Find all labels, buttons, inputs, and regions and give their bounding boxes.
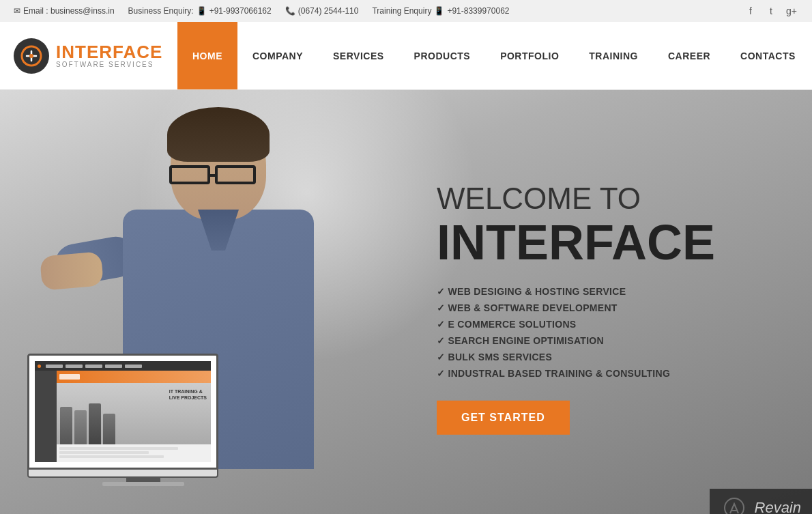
nav-item-company[interactable]: COMPANY: [237, 22, 318, 89]
svg-point-2: [725, 498, 744, 514]
laptop-text-line2: LIVE PROJECTS: [169, 395, 207, 401]
training-phone-icon: 📱: [434, 6, 444, 16]
services-list: WEB DESIGING & HOSTING SERVICE WEB & SOF…: [437, 283, 792, 382]
logo-name: INTERFACE: [56, 43, 162, 61]
laptop-screen-inner: IT TRAINING & LIVE PROJECTS: [35, 361, 211, 462]
training-label: Training Enquiry: [372, 6, 431, 16]
get-started-button[interactable]: GET STARTED: [437, 401, 570, 435]
hero-section: IT TRAINING & LIVE PROJECTS: [0, 90, 812, 514]
svg-point-1: [29, 54, 33, 58]
nav-item-training[interactable]: TRAINING: [574, 22, 653, 89]
social-links: f t g+: [744, 4, 798, 18]
office-phone-text: (0674) 2544-110: [298, 6, 359, 16]
email-text: Email : business@inss.in: [23, 6, 115, 16]
watermark: Revain: [710, 489, 812, 514]
service-item-2: WEB & SOFTWARE DEVELOPMENT: [437, 300, 792, 316]
nav-item-career[interactable]: CAREER: [653, 22, 725, 89]
service-item-3: E COMMERCE SOLUTIONS: [437, 316, 792, 332]
nav-link-portfolio[interactable]: PORTFOLIO: [485, 22, 574, 89]
email-info: ✉ Email : business@inss.in: [14, 6, 115, 16]
training-phone: +91-8339970062: [447, 6, 509, 16]
facebook-icon[interactable]: f: [744, 4, 757, 18]
nav-link-home[interactable]: HOME: [177, 22, 237, 89]
top-bar: ✉ Email : business@inss.in Business Enqu…: [0, 0, 812, 22]
hero-content: WELCOME TO INTERFACE WEB DESIGING & HOST…: [437, 182, 792, 435]
business-phone: +91-9937066162: [209, 6, 272, 16]
office-phone: 📞 (0674) 2544-110: [285, 6, 359, 16]
nav-link-company[interactable]: COMPANY: [237, 22, 318, 89]
service-item-1: WEB DESIGING & HOSTING SERVICE: [437, 283, 792, 300]
main-nav: INTERFACE SOFTWARE SERVICES HOME COMPANY…: [0, 22, 812, 90]
email-icon: ✉: [14, 6, 20, 16]
nav-item-services[interactable]: SERVICES: [318, 22, 399, 89]
laptop-display: IT TRAINING & LIVE PROJECTS: [27, 354, 259, 486]
office-phone-icon: 📞: [285, 6, 295, 16]
nav-item-contacts[interactable]: CONTACTS: [725, 22, 811, 89]
business-enquiry: Business Enquiry: 📱 +91-9937066162: [128, 6, 272, 16]
laptop-text-line1: IT TRAINING &: [169, 388, 207, 395]
logo-icon: [14, 38, 49, 74]
laptop-base: [27, 470, 218, 478]
laptop-logo-dot: [38, 365, 41, 368]
business-enquiry-label: Business Enquiry:: [128, 6, 194, 16]
logo-text-area: INTERFACE SOFTWARE SERVICES: [56, 43, 162, 68]
watermark-logo-icon: [721, 494, 748, 514]
welcome-line2: INTERFACE: [437, 218, 792, 267]
phone-icon: 📱: [197, 6, 207, 16]
nav-item-home[interactable]: HOME: [177, 22, 237, 89]
top-bar-contacts: ✉ Email : business@inss.in Business Enqu…: [14, 6, 509, 16]
nav-link-contacts[interactable]: CONTACTS: [725, 22, 811, 89]
service-item-6: INDUSTRAL BASED TRAINING & CONSULTING: [437, 365, 792, 382]
nav-item-portfolio[interactable]: PORTFOLIO: [485, 22, 574, 89]
nav-link-career[interactable]: CAREER: [653, 22, 725, 89]
logo-subtitle: SOFTWARE SERVICES: [56, 61, 162, 68]
nav-link-training[interactable]: TRAINING: [574, 22, 653, 89]
welcome-line1: WELCOME TO: [437, 182, 792, 215]
service-item-4: SEARCH ENGINE OPTIMISATION: [437, 332, 792, 349]
nav-item-products[interactable]: PRODUCTS: [399, 22, 486, 89]
training-enquiry: Training Enquiry 📱 +91-8339970062: [372, 6, 509, 16]
twitter-icon[interactable]: t: [764, 4, 778, 18]
laptop-screen: IT TRAINING & LIVE PROJECTS: [27, 354, 218, 470]
nav-link-products[interactable]: PRODUCTS: [399, 22, 486, 89]
service-item-5: BULK SMS SERVICES: [437, 349, 792, 365]
logo: INTERFACE SOFTWARE SERVICES: [0, 38, 177, 74]
laptop-nav: [35, 361, 211, 371]
watermark-brand: Revain: [755, 499, 801, 514]
nav-links-list: HOME COMPANY SERVICES PRODUCTS PORTFOLIO…: [177, 22, 811, 89]
googleplus-icon[interactable]: g+: [785, 4, 798, 18]
nav-link-services[interactable]: SERVICES: [318, 22, 399, 89]
